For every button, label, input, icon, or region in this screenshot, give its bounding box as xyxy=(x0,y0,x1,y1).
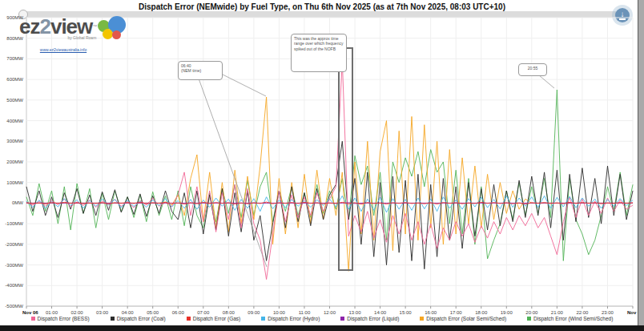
x-axis-tick-label: 06:00 xyxy=(172,310,185,315)
legend-label: Dispatch Error (Coal) xyxy=(117,316,166,321)
legend-item-hydro[interactable]: Dispatch Error (Hydro) xyxy=(261,316,320,321)
y-axis-tick-label: -300MW xyxy=(5,263,23,268)
solar-marker-icon xyxy=(420,317,424,321)
ez2view-logo: ez2view™ by Global Roam www.ez2viewaustr… xyxy=(19,16,120,52)
x-axis-tick-label: 19:00 xyxy=(501,310,513,315)
legend-label: Dispatch Error (Gas) xyxy=(193,316,241,321)
window-right-frame xyxy=(638,0,644,331)
x-axis-tick-label: 12:00 xyxy=(324,310,336,315)
bess-marker-icon xyxy=(31,317,35,321)
legend-label: Dispatch Error (Solar Semi/Sched) xyxy=(426,316,506,321)
hydro-marker-icon xyxy=(261,317,265,321)
legend-item-solar[interactable]: Dispatch Error (Solar Semi/Sched) xyxy=(420,316,506,321)
x-axis-tick-label: 13:00 xyxy=(349,310,362,315)
x-axis-tick-label: 23:00 xyxy=(602,310,614,315)
window-bottom-bar xyxy=(0,325,644,331)
x-axis-tick-label: 15:00 xyxy=(400,310,413,315)
x-axis-tick-label: 20:00 xyxy=(525,310,538,315)
legend-label: Dispatch Error (Wind Semi/Sched) xyxy=(533,316,613,321)
y-axis-tick-label: 300MW xyxy=(6,139,23,143)
x-axis-tick-label: 10:00 xyxy=(273,310,286,315)
liquid-marker-icon xyxy=(340,317,344,321)
x-axis-tick-label: 04:00 xyxy=(122,310,135,315)
x-axis-tick-label: 03:00 xyxy=(96,310,109,315)
legend-item-coal[interactable]: Dispatch Error (Coal) xyxy=(111,316,166,321)
x-axis-tick-label: 17:00 xyxy=(450,310,463,315)
y-axis-tick-label: 700MW xyxy=(6,56,23,61)
x-axis-tick-label: 07:00 xyxy=(197,310,210,315)
legend-item-liquid[interactable]: Dispatch Error (Liquid) xyxy=(340,316,399,321)
x-axis-tick-label: 22:00 xyxy=(576,310,589,315)
coal-marker-icon xyxy=(111,317,115,321)
ez2view-trend-window: Dispatch Error (NEMwide) by Fuel Type, o… xyxy=(0,0,644,331)
legend-item-wind[interactable]: Dispatch Error (Wind Semi/Sched) xyxy=(527,316,613,321)
x-axis-tick-label: 09:00 xyxy=(248,310,260,315)
annotation-nofb: This was the approx time range over whic… xyxy=(291,34,347,72)
wind-marker-icon xyxy=(527,317,531,321)
x-axis-tick-label: 16:00 xyxy=(425,310,437,315)
x-axis-tick-label: 14:00 xyxy=(374,310,387,315)
legend-label: Dispatch Error (BESS) xyxy=(38,316,90,321)
gas-marker-icon xyxy=(187,317,191,321)
globalroam-circles-icon xyxy=(98,16,120,45)
x-axis-tick-label: 02:00 xyxy=(71,310,84,315)
annotation-0640: 06:40 (NEM time) xyxy=(178,61,223,80)
legend-item-bess[interactable]: Dispatch Error (BESS) xyxy=(31,316,90,321)
y-axis-tick-label: -200MW xyxy=(5,242,23,247)
annotation-2055: 20:55 xyxy=(518,63,547,76)
legend-label: Dispatch Error (Liquid) xyxy=(347,316,399,321)
y-axis-tick-label: 0MW xyxy=(12,200,23,205)
x-axis-tick-label: 01:00 xyxy=(46,310,58,315)
y-axis-tick-label: 200MW xyxy=(6,159,23,164)
y-axis-tick-label: -500MW xyxy=(5,304,23,309)
x-axis-tick-label: Nov 06 xyxy=(22,310,38,315)
chart-legend: Dispatch Error (BESS) Dispatch Error (Co… xyxy=(0,316,644,321)
legend-label: Dispatch Error (Hydro) xyxy=(268,316,320,321)
y-axis-tick-label: -400MW xyxy=(5,283,23,288)
y-axis-tick-label: 400MW xyxy=(6,119,23,123)
x-axis-tick-label: 08:00 xyxy=(223,310,235,315)
y-axis-tick-label: 500MW xyxy=(6,98,23,103)
x-axis-tick-label: 11:00 xyxy=(299,310,311,315)
x-axis-tick-label: 05:00 xyxy=(147,310,159,315)
ez2view-link[interactable]: www.ez2viewaustralia.info xyxy=(19,47,107,52)
x-axis-tick-label: 21:00 xyxy=(551,310,564,315)
legend-item-gas[interactable]: Dispatch Error (Gas) xyxy=(187,316,241,321)
y-axis-tick-label: -100MW xyxy=(5,221,23,226)
x-axis-tick-label: 18:00 xyxy=(475,310,488,315)
y-axis-tick-label: 100MW xyxy=(6,180,23,185)
y-axis-tick-label: 600MW xyxy=(6,77,23,82)
